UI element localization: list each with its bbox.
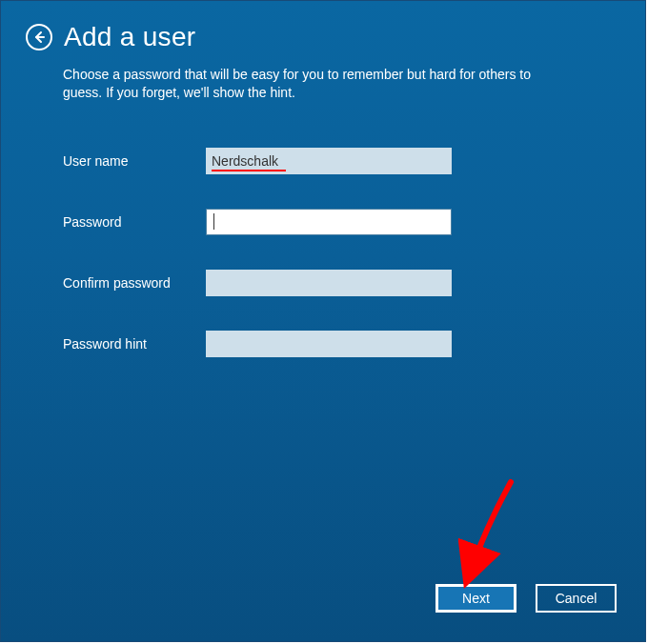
cancel-button[interactable]: Cancel xyxy=(536,584,617,613)
password-input[interactable] xyxy=(206,209,452,235)
add-user-form: User name Nerdschalk Password Confirm pa… xyxy=(1,148,645,357)
page-subtitle: Choose a password that will be easy for … xyxy=(1,52,582,102)
password-label: Password xyxy=(63,214,206,230)
confirm-password-input[interactable] xyxy=(206,270,452,296)
arrow-left-icon xyxy=(32,30,46,44)
username-value: Nerdschalk xyxy=(212,153,278,169)
username-input[interactable]: Nerdschalk xyxy=(206,148,452,174)
annotation-underline xyxy=(212,170,286,171)
confirm-password-label: Confirm password xyxy=(63,275,206,291)
text-caret xyxy=(213,213,214,230)
annotation-arrow xyxy=(458,477,535,592)
password-hint-label: Password hint xyxy=(63,336,206,352)
password-hint-input[interactable] xyxy=(206,331,452,357)
username-label: User name xyxy=(63,153,206,169)
page-title: Add a user xyxy=(64,22,195,52)
next-button[interactable]: Next xyxy=(435,584,516,613)
back-button[interactable] xyxy=(26,24,52,50)
